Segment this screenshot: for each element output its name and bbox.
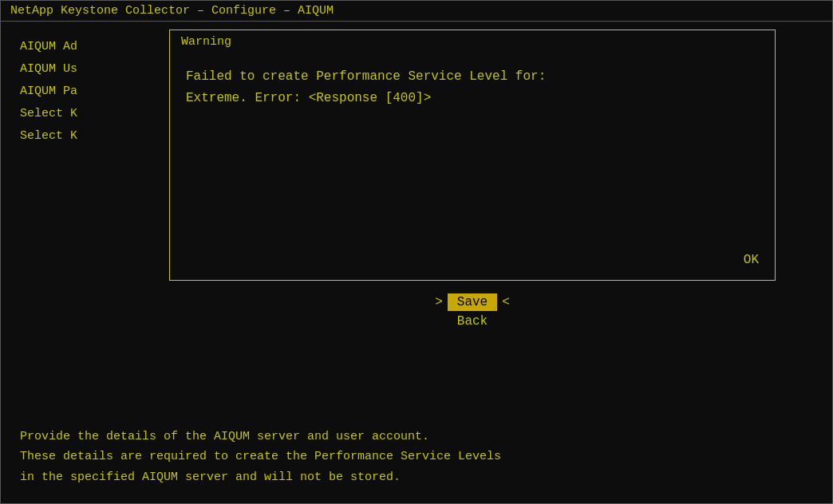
- sidebar-item-4: Select K: [20, 127, 113, 146]
- main-content: AIQUM Ad AIQUM Us AIQUM Pa Select K Sele…: [1, 22, 832, 503]
- description-line1: Provide the details of the AIQUM server …: [20, 427, 813, 447]
- sidebar-item-2: AIQUM Pa: [20, 82, 113, 101]
- sidebar-item-1: AIQUM Us: [20, 60, 113, 79]
- actions-area: > Save < Back: [435, 293, 510, 329]
- warning-title: Warning: [170, 30, 775, 53]
- description-line3: in the specified AIQUM server and will n…: [20, 467, 813, 488]
- save-row: > Save <: [435, 293, 510, 311]
- ok-button[interactable]: OK: [744, 253, 759, 267]
- arrow-left: >: [435, 295, 443, 309]
- warning-footer: OK: [170, 245, 775, 280]
- terminal-window: NetApp Keystone Collector – Configure – …: [0, 0, 833, 504]
- sidebar-item-0: AIQUM Ad: [20, 37, 113, 57]
- description-area: Provide the details of the AIQUM server …: [1, 427, 832, 488]
- title-bar: NetApp Keystone Collector – Configure – …: [1, 1, 832, 22]
- sidebar-item-3: Select K: [20, 104, 113, 124]
- warning-line2: Extreme. Error: <Response [400]>: [186, 88, 759, 109]
- arrow-right: <: [502, 295, 510, 309]
- back-button[interactable]: Back: [457, 314, 488, 329]
- sidebar: AIQUM Ad AIQUM Us AIQUM Pa Select K Sele…: [1, 30, 113, 495]
- dialog-area: Warning Failed to create Performance Ser…: [113, 30, 832, 495]
- save-button[interactable]: Save: [448, 293, 497, 311]
- description-line2: These details are required to create the…: [20, 447, 813, 467]
- warning-line1: Failed to create Performance Service Lev…: [186, 66, 759, 88]
- warning-body: Failed to create Performance Service Lev…: [170, 53, 775, 245]
- warning-dialog: Warning Failed to create Performance Ser…: [169, 30, 776, 281]
- title-text: NetApp Keystone Collector – Configure – …: [10, 4, 334, 18]
